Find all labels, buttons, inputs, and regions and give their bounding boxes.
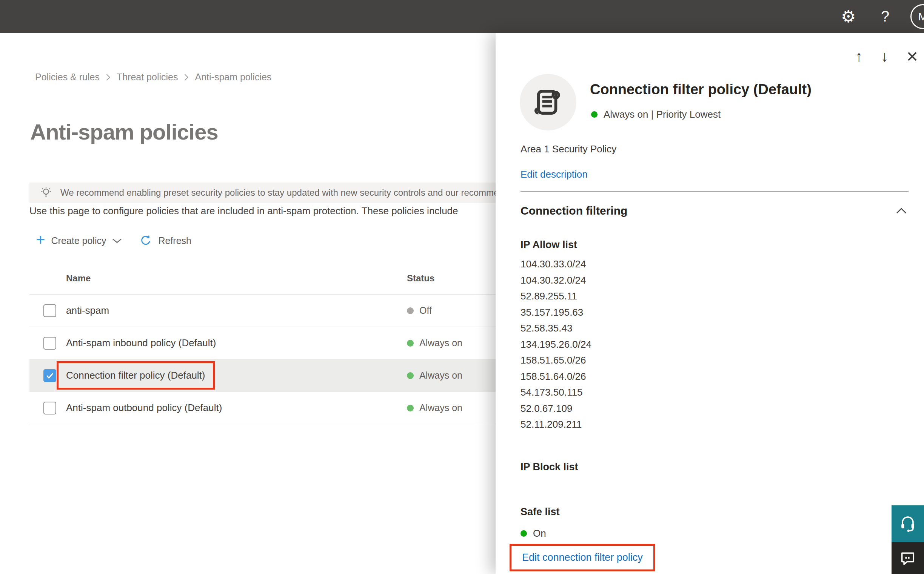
panel-title: Connection filter policy (Default) bbox=[590, 82, 812, 98]
banner-text: We recommend enabling preset security po… bbox=[60, 188, 498, 198]
check-icon bbox=[45, 372, 54, 379]
section-connection-filtering[interactable]: Connection filtering bbox=[521, 204, 908, 217]
status-label: Always on bbox=[419, 337, 462, 348]
chevron-up-icon[interactable] bbox=[896, 207, 907, 214]
ip-entry: 104.30.32.0/24 bbox=[521, 272, 908, 289]
edit-description-link[interactable]: Edit description bbox=[521, 169, 588, 180]
table-row[interactable]: Anti-spam outbound policy (Default) Alwa… bbox=[29, 392, 573, 424]
policy-name-link[interactable]: anti-spam bbox=[66, 305, 407, 316]
page-title: Anti-spam policies bbox=[30, 119, 218, 144]
annotation-red-box: Connection filter policy (Default) bbox=[57, 361, 215, 390]
close-icon[interactable]: × bbox=[907, 46, 918, 66]
table-row[interactable]: anti-spam Off bbox=[29, 295, 573, 327]
policies-table: Name Status anti-spam Off Anti-spam inbo… bbox=[29, 262, 573, 424]
ip-allow-list: 104.30.33.0/24 104.30.32.0/24 52.89.255.… bbox=[521, 256, 908, 432]
edit-connection-filter-policy-link[interactable]: Edit connection filter policy bbox=[522, 552, 643, 563]
ip-entry: 54.173.50.115 bbox=[521, 384, 908, 401]
policy-name-link[interactable]: Anti-spam outbound policy (Default) bbox=[66, 402, 407, 414]
safe-list-title: Safe list bbox=[521, 506, 908, 518]
policy-name-link[interactable]: Connection filter policy (Default) bbox=[66, 370, 205, 381]
safe-list-status-label: On bbox=[533, 528, 546, 539]
breadcrumb-anti-spam-policies[interactable]: Anti-spam policies bbox=[195, 72, 271, 83]
arrow-up-icon[interactable]: ↑ bbox=[855, 46, 863, 66]
column-header-name[interactable]: Name bbox=[66, 273, 407, 284]
status-label: Always on bbox=[419, 370, 462, 381]
headset-icon bbox=[899, 515, 917, 533]
ip-entry: 52.58.35.43 bbox=[521, 320, 908, 336]
topbar: ⚙ ? M bbox=[0, 0, 924, 33]
row-checkbox-checked[interactable] bbox=[43, 369, 56, 382]
create-policy-button[interactable]: + Create policy bbox=[36, 234, 122, 248]
table-row[interactable]: Anti-spam inbound policy (Default) Alway… bbox=[29, 327, 573, 360]
breadcrumb-policies-rules[interactable]: Policies & rules bbox=[35, 72, 100, 83]
ip-entry: 134.195.26.0/24 bbox=[521, 336, 908, 353]
create-policy-label: Create policy bbox=[51, 235, 106, 246]
safe-list-status: On bbox=[521, 528, 908, 539]
chevron-right-icon bbox=[106, 73, 111, 82]
status-dot-on bbox=[521, 530, 527, 537]
status-dot-on bbox=[407, 405, 414, 412]
ip-entry: 52.89.255.11 bbox=[521, 288, 908, 304]
feedback-button[interactable] bbox=[892, 542, 924, 574]
breadcrumb-threat-policies[interactable]: Threat policies bbox=[117, 72, 178, 83]
details-panel: ↑ ↓ × Connection filter policy (Default)… bbox=[495, 33, 924, 574]
panel-status: Always on | Priority Lowest bbox=[591, 109, 721, 120]
ip-entry: 35.157.195.63 bbox=[521, 304, 908, 320]
breadcrumb: Policies & rules Threat policies Anti-sp… bbox=[35, 72, 271, 83]
panel-body: Area 1 Security Policy Edit description … bbox=[521, 144, 908, 539]
feedback-bubble-icon bbox=[899, 549, 916, 567]
section-title: Connection filtering bbox=[521, 204, 627, 217]
ip-allow-list-title: IP Allow list bbox=[521, 239, 908, 251]
support-chat-button[interactable] bbox=[892, 505, 924, 542]
ip-entry: 104.30.33.0/24 bbox=[521, 256, 908, 272]
table-header-row: Name Status bbox=[29, 262, 573, 295]
toolbar: + Create policy Refresh bbox=[36, 232, 191, 250]
status-dot-on bbox=[591, 111, 598, 118]
status-label: Always on bbox=[419, 402, 462, 413]
help-icon[interactable]: ? bbox=[881, 5, 889, 27]
settings-gear-icon[interactable]: ⚙ bbox=[841, 5, 856, 28]
refresh-icon bbox=[139, 234, 152, 247]
policy-scroll-icon bbox=[520, 74, 576, 131]
row-checkbox[interactable] bbox=[43, 304, 56, 317]
ip-entry: 52.11.209.211 bbox=[521, 416, 908, 432]
ip-entry: 52.0.67.109 bbox=[521, 401, 908, 417]
row-checkbox[interactable] bbox=[43, 337, 56, 350]
panel-controls: ↑ ↓ × bbox=[855, 46, 918, 66]
refresh-label: Refresh bbox=[158, 235, 191, 246]
refresh-button[interactable]: Refresh bbox=[139, 234, 191, 247]
status-label: Off bbox=[419, 305, 432, 316]
ip-entry: 158.51.65.0/26 bbox=[521, 352, 908, 369]
ip-entry: 158.51.64.0/26 bbox=[521, 369, 908, 385]
ip-block-list-title: IP Block list bbox=[521, 461, 908, 473]
row-checkbox[interactable] bbox=[43, 402, 56, 415]
screen: ⚙ ? M Policies & rules Threat policies A… bbox=[0, 0, 924, 574]
panel-status-label: Always on | Priority Lowest bbox=[604, 109, 721, 120]
chevron-right-icon bbox=[184, 73, 189, 82]
recommendation-banner: We recommend enabling preset security po… bbox=[29, 183, 565, 203]
arrow-down-icon[interactable]: ↓ bbox=[881, 46, 889, 66]
policy-name-link[interactable]: Anti-spam inbound policy (Default) bbox=[66, 337, 407, 349]
chevron-down-icon bbox=[112, 238, 122, 244]
annotation-red-box: Edit connection filter policy bbox=[509, 544, 655, 571]
policy-description: Area 1 Security Policy bbox=[521, 144, 908, 155]
table-row-selected[interactable]: Connection filter policy (Default) Alway… bbox=[29, 360, 573, 392]
status-dot-on bbox=[407, 340, 414, 347]
status-dot-on bbox=[407, 372, 414, 379]
page-description: Use this page to configure policies that… bbox=[29, 205, 565, 217]
status-dot-off bbox=[407, 308, 414, 314]
divider bbox=[521, 191, 908, 192]
avatar[interactable]: M bbox=[910, 4, 924, 29]
plus-icon: + bbox=[36, 232, 45, 248]
lightbulb-icon bbox=[39, 185, 53, 200]
